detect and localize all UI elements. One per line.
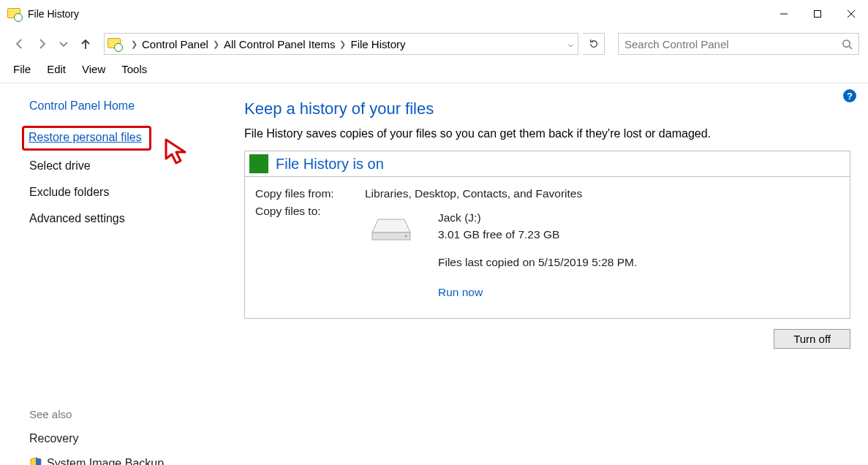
status-indicator-icon bbox=[249, 154, 268, 173]
copy-to-label: Copy files to: bbox=[255, 205, 365, 300]
location-icon bbox=[107, 37, 122, 51]
help-icon[interactable]: ? bbox=[843, 89, 856, 102]
chevron-right-icon: ❯ bbox=[339, 39, 346, 49]
annotation-highlight: Restore personal files bbox=[22, 126, 151, 151]
address-bar[interactable]: ❯ Control Panel ❯ All Control Panel Item… bbox=[104, 33, 578, 55]
titlebar: File History bbox=[0, 0, 868, 28]
sidebar-system-image-backup[interactable]: System Image Backup bbox=[29, 457, 234, 465]
chevron-right-icon: ❯ bbox=[213, 39, 219, 49]
minimize-button[interactable] bbox=[767, 2, 801, 26]
breadcrumb-all-items[interactable]: All Control Panel Items bbox=[224, 38, 336, 50]
page-heading: Keep a history of your files bbox=[244, 99, 850, 118]
recent-dropdown[interactable] bbox=[57, 37, 70, 50]
turn-off-button[interactable]: Turn off bbox=[774, 329, 850, 349]
run-now-link[interactable]: Run now bbox=[438, 284, 637, 300]
svg-rect-1 bbox=[815, 11, 821, 18]
page-subtitle: File History saves copies of your files … bbox=[244, 127, 850, 140]
navigation-row: ❯ Control Panel ❯ All Control Panel Item… bbox=[0, 28, 868, 60]
drive-name: Jack (J:) bbox=[438, 209, 637, 226]
breadcrumb-control-panel[interactable]: Control Panel bbox=[142, 38, 208, 50]
see-also-heading: See also bbox=[29, 408, 234, 420]
file-history-app-icon bbox=[7, 7, 22, 21]
sidebar-advanced-settings[interactable]: Advanced settings bbox=[29, 212, 234, 225]
search-icon bbox=[842, 39, 853, 50]
search-placeholder: Search Control Panel bbox=[624, 38, 842, 50]
svg-line-6 bbox=[849, 46, 852, 49]
svg-point-9 bbox=[405, 235, 407, 238]
sidebar-exclude-folders[interactable]: Exclude folders bbox=[29, 186, 234, 199]
menubar: File Edit View Tools bbox=[0, 60, 868, 83]
forward-button[interactable] bbox=[35, 37, 48, 50]
window-title: File History bbox=[28, 8, 79, 20]
sidebar-system-image-label: System Image Backup bbox=[47, 457, 164, 465]
svg-point-5 bbox=[843, 39, 850, 46]
back-button[interactable] bbox=[13, 37, 26, 50]
copy-from-label: Copy files from: bbox=[255, 187, 365, 200]
maximize-button[interactable] bbox=[801, 2, 834, 26]
cursor-icon bbox=[163, 137, 192, 169]
refresh-button[interactable] bbox=[583, 33, 605, 55]
content-area: ? Control Panel Home Restore personal fi… bbox=[0, 83, 868, 465]
sidebar: Control Panel Home Restore personal file… bbox=[0, 86, 234, 465]
svg-rect-8 bbox=[372, 232, 410, 240]
menu-view[interactable]: View bbox=[82, 63, 105, 75]
menu-tools[interactable]: Tools bbox=[121, 63, 147, 75]
address-dropdown-icon[interactable]: ⌵ bbox=[568, 39, 573, 49]
sidebar-control-panel-home[interactable]: Control Panel Home bbox=[29, 99, 234, 113]
search-input[interactable]: Search Control Panel bbox=[618, 33, 859, 55]
main-panel: Keep a history of your files File Histor… bbox=[234, 86, 868, 465]
up-button[interactable] bbox=[79, 37, 92, 50]
status-box: File History is on Copy files from: Libr… bbox=[244, 151, 850, 319]
shield-icon bbox=[29, 457, 42, 465]
sidebar-recovery-label: Recovery bbox=[29, 432, 79, 445]
status-title: File History is on bbox=[276, 156, 384, 173]
sidebar-select-drive[interactable]: Select drive bbox=[29, 159, 234, 173]
last-copied: Files last copied on 5/15/2019 5:28 PM. bbox=[438, 254, 637, 271]
drive-space: 3.01 GB free of 7.23 GB bbox=[438, 226, 637, 243]
drive-icon bbox=[365, 215, 418, 244]
copy-from-value: Libraries, Desktop, Contacts, and Favori… bbox=[365, 187, 582, 200]
svg-marker-7 bbox=[372, 219, 410, 232]
menu-edit[interactable]: Edit bbox=[47, 63, 66, 75]
chevron-right-icon: ❯ bbox=[131, 39, 137, 49]
breadcrumb-file-history[interactable]: File History bbox=[350, 38, 405, 50]
sidebar-recovery[interactable]: Recovery bbox=[29, 432, 234, 445]
menu-file[interactable]: File bbox=[13, 63, 31, 75]
status-header: File History is on bbox=[245, 151, 850, 177]
close-button[interactable] bbox=[834, 2, 868, 26]
sidebar-restore-personal-files[interactable]: Restore personal files bbox=[29, 131, 142, 143]
